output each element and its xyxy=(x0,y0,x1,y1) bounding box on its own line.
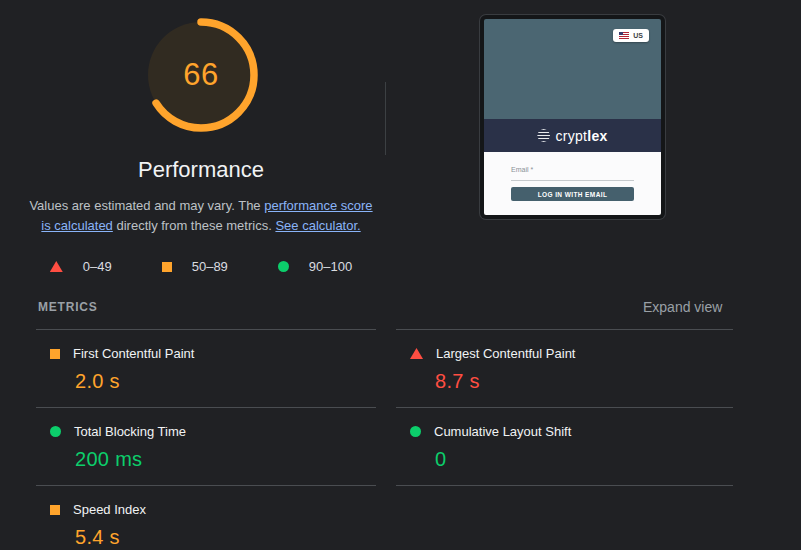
disclaimer-segment: directly from these metrics. xyxy=(113,218,276,233)
performance-gauge[interactable]: 66 xyxy=(143,17,259,133)
circle-icon xyxy=(278,261,289,272)
cryptlex-logo-text: cryptlex xyxy=(555,128,607,144)
square-icon xyxy=(50,349,60,359)
metric-value: 2.0 s xyxy=(75,370,376,393)
metric-card-first-contentful-paint: First Contentful Paint 2.0 s xyxy=(36,329,376,407)
disclaimer-text: Values are estimated and may vary. The p… xyxy=(25,196,377,236)
metric-label: Total Blocking Time xyxy=(74,424,186,439)
column-divider xyxy=(385,82,386,155)
disclaimer-segment: Values are estimated and may vary. The xyxy=(29,198,264,213)
metric-value: 200 ms xyxy=(75,448,376,471)
thumbnail-hero-area: US xyxy=(484,19,661,119)
login-with-email-button: LOG IN WITH EMAIL xyxy=(511,187,634,201)
metric-label: Cumulative Layout Shift xyxy=(434,424,571,439)
brand-header-band: cryptlex xyxy=(484,119,661,152)
triangle-icon xyxy=(50,261,63,272)
locale-chip-label: US xyxy=(633,32,643,39)
screenshot-thumbnail: US cryptlex Email * LOG IN WITH EMAIL xyxy=(480,15,665,219)
metrics-grid: First Contentful Paint 2.0 s Largest Con… xyxy=(36,329,733,550)
performance-title: Performance xyxy=(0,157,402,183)
cryptlex-logo-icon xyxy=(537,129,550,142)
metric-card-largest-contentful-paint: Largest Contentful Paint 8.7 s xyxy=(396,329,733,407)
metric-value: 0 xyxy=(435,448,733,471)
performance-summary: 66 Performance Values are estimated and … xyxy=(0,0,402,274)
see-calculator-link[interactable]: See calculator. xyxy=(275,218,360,233)
metric-label: Largest Contentful Paint xyxy=(436,346,575,361)
locale-chip: US xyxy=(613,29,649,42)
legend-range-label: 50–89 xyxy=(192,259,228,274)
brand-prefix: crypt xyxy=(555,128,587,144)
legend-item-fail: 0–49 xyxy=(50,259,112,274)
circle-icon xyxy=(50,426,61,437)
metric-card-total-blocking-time: Total Blocking Time 200 ms xyxy=(36,407,376,485)
metric-value: 5.4 s xyxy=(75,526,376,549)
square-icon xyxy=(50,505,60,515)
metric-card-empty xyxy=(396,485,733,550)
metric-label: First Contentful Paint xyxy=(73,346,194,361)
legend-range-label: 90–100 xyxy=(309,259,352,274)
metric-card-speed-index: Speed Index 5.4 s xyxy=(36,485,376,550)
legend-item-pass: 90–100 xyxy=(278,259,352,274)
metric-value: 8.7 s xyxy=(435,370,733,393)
legend-item-average: 50–89 xyxy=(162,259,228,274)
gauge-score-value: 66 xyxy=(143,17,259,133)
email-field-underline xyxy=(511,180,634,181)
expand-view-button[interactable]: Expand view xyxy=(643,299,722,315)
metric-card-cumulative-layout-shift: Cumulative Layout Shift 0 xyxy=(396,407,733,485)
circle-icon xyxy=(410,426,421,437)
metrics-section-heading: METRICS xyxy=(38,300,98,314)
legend-range-label: 0–49 xyxy=(83,259,112,274)
brand-suffix: lex xyxy=(587,128,607,144)
metric-label: Speed Index xyxy=(73,502,146,517)
triangle-icon xyxy=(410,348,423,359)
email-field-label: Email * xyxy=(511,166,533,173)
screenshot-thumbnail-content: US cryptlex Email * LOG IN WITH EMAIL xyxy=(484,19,661,215)
thumbnail-login-form: Email * LOG IN WITH EMAIL xyxy=(484,152,661,215)
score-legend: 0–49 50–89 90–100 xyxy=(0,259,402,274)
square-icon xyxy=(162,262,172,272)
us-flag-icon xyxy=(619,32,629,39)
